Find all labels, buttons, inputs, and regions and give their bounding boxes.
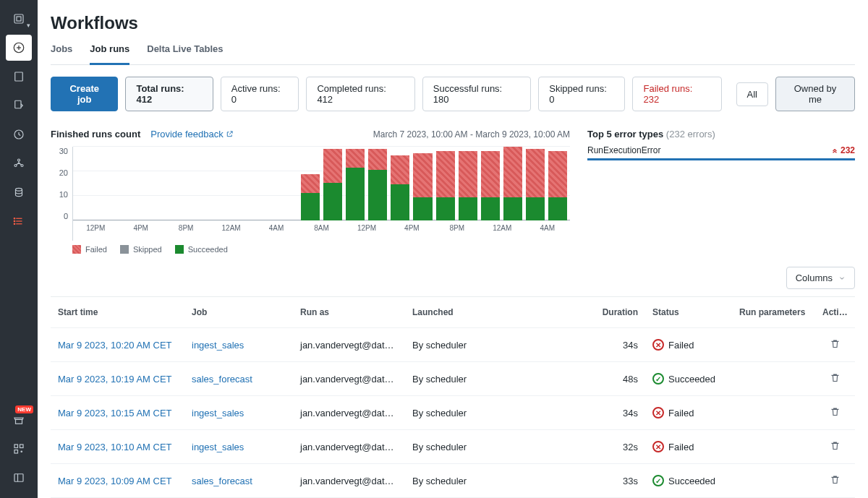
bar-slot bbox=[98, 147, 117, 220]
x-tick: 4PM bbox=[118, 224, 163, 232]
bar-succeeded[interactable] bbox=[368, 170, 387, 220]
svg-rect-5 bbox=[15, 72, 23, 81]
cell-job[interactable]: ingest_sales bbox=[184, 398, 293, 429]
stat-total[interactable]: Total runs: 412 bbox=[125, 77, 213, 111]
bar-slot bbox=[368, 147, 387, 220]
stat-completed[interactable]: Completed runs: 412 bbox=[306, 77, 414, 111]
columns-button[interactable]: Columns bbox=[786, 267, 855, 289]
bar-succeeded[interactable] bbox=[459, 197, 477, 220]
stat-failed[interactable]: Failed runs: 232 bbox=[632, 77, 721, 111]
bar-succeeded[interactable] bbox=[323, 183, 342, 220]
status-icon: ✕ bbox=[652, 339, 664, 351]
cell-launched: By scheduler bbox=[405, 465, 528, 497]
delete-icon[interactable] bbox=[830, 474, 841, 485]
bar-succeeded[interactable] bbox=[413, 197, 432, 220]
table-header: Start time Job Run as Launched Duration … bbox=[51, 297, 855, 328]
cell-start-time[interactable]: Mar 9 2023, 10:15 AM CET bbox=[51, 398, 184, 429]
svg-point-16 bbox=[14, 220, 15, 222]
delete-icon[interactable] bbox=[830, 440, 841, 451]
cell-job[interactable]: ingest_sales bbox=[184, 432, 293, 463]
x-tick: 8AM bbox=[299, 224, 344, 232]
x-tick: 12PM bbox=[73, 224, 118, 232]
tab-jobs[interactable]: Jobs bbox=[51, 43, 72, 64]
cell-start-time[interactable]: Mar 9 2023, 10:10 AM CET bbox=[51, 432, 184, 463]
rail-search[interactable] bbox=[6, 436, 32, 462]
bar-succeeded[interactable] bbox=[526, 197, 545, 220]
stat-active[interactable]: Active runs: 0 bbox=[221, 77, 299, 111]
bar-failed[interactable] bbox=[346, 149, 365, 168]
chart-panel: Finished runs count Provide feedback Mar… bbox=[51, 129, 570, 254]
bar-failed[interactable] bbox=[481, 151, 500, 197]
main-content: Workflows Jobs Job runs Delta Live Table… bbox=[38, 0, 868, 498]
cell-job[interactable]: ingest_sales bbox=[184, 330, 293, 361]
error-row[interactable]: RunExecutionError 232 bbox=[587, 145, 855, 160]
cell-params bbox=[732, 335, 815, 355]
bar-failed[interactable] bbox=[391, 155, 409, 185]
rail-workspace[interactable] bbox=[6, 64, 32, 90]
th-job[interactable]: Job bbox=[184, 297, 293, 327]
delete-icon[interactable] bbox=[830, 372, 841, 383]
bar-failed[interactable] bbox=[526, 149, 545, 197]
bar-failed[interactable] bbox=[459, 151, 477, 197]
bar-slot bbox=[548, 147, 567, 220]
cell-actions bbox=[815, 396, 855, 429]
filter-all-button[interactable]: All bbox=[736, 82, 768, 106]
th-actions[interactable]: Actions bbox=[815, 297, 855, 327]
bar-succeeded[interactable] bbox=[548, 197, 567, 220]
rail-logo[interactable]: ▾ bbox=[6, 6, 32, 32]
bar-failed[interactable] bbox=[368, 149, 387, 170]
stat-success[interactable]: Successful runs: 180 bbox=[422, 77, 531, 111]
rail-new[interactable] bbox=[6, 35, 32, 61]
create-job-button[interactable]: Create job bbox=[51, 77, 118, 111]
bar-succeeded[interactable] bbox=[391, 184, 409, 220]
tab-job-runs[interactable]: Job runs bbox=[90, 43, 129, 65]
cell-runas: jan.vandervegt@databri... bbox=[293, 465, 405, 497]
delete-icon[interactable] bbox=[830, 338, 841, 349]
bar-failed[interactable] bbox=[503, 147, 522, 197]
rail-panel[interactable] bbox=[6, 465, 32, 491]
bar-slot bbox=[76, 147, 95, 220]
cell-start-time[interactable]: Mar 9 2023, 10:20 AM CET bbox=[51, 330, 184, 361]
rail-data[interactable] bbox=[6, 150, 32, 176]
feedback-link[interactable]: Provide feedback bbox=[150, 129, 234, 139]
filter-owned-button[interactable]: Owned by me bbox=[775, 77, 855, 111]
rail-recents[interactable] bbox=[6, 121, 32, 147]
bar-succeeded[interactable] bbox=[503, 197, 522, 220]
rail-marketplace[interactable]: NEW bbox=[6, 407, 32, 433]
bar-slot bbox=[234, 147, 252, 220]
th-start[interactable]: Start time bbox=[51, 297, 184, 327]
legend-label-succeeded: Succeeded bbox=[188, 245, 228, 254]
bar-slot bbox=[413, 147, 432, 220]
th-launched[interactable]: Launched bbox=[405, 297, 528, 327]
bar-succeeded[interactable] bbox=[481, 197, 500, 220]
bar-failed[interactable] bbox=[548, 151, 567, 197]
delete-icon[interactable] bbox=[830, 406, 841, 417]
th-runas[interactable]: Run as bbox=[293, 297, 405, 327]
bar-failed[interactable] bbox=[301, 174, 320, 193]
cell-start-time[interactable]: Mar 9 2023, 10:19 AM CET bbox=[51, 364, 184, 395]
bar-failed[interactable] bbox=[323, 149, 342, 183]
cell-job[interactable]: sales_forecast bbox=[184, 465, 293, 497]
bar-slot bbox=[391, 147, 409, 220]
bar-failed[interactable] bbox=[436, 151, 455, 197]
rail-repos[interactable] bbox=[6, 93, 32, 119]
bar-failed[interactable] bbox=[413, 153, 432, 197]
bar-succeeded[interactable] bbox=[436, 197, 455, 220]
bar-succeeded[interactable] bbox=[346, 168, 365, 220]
bar-slot bbox=[436, 147, 455, 220]
cell-job[interactable]: sales_forecast bbox=[184, 364, 293, 395]
rail-compute[interactable] bbox=[6, 179, 32, 205]
rail-workflows[interactable] bbox=[6, 208, 32, 234]
bar-succeeded[interactable] bbox=[301, 193, 320, 220]
status-icon: ✕ bbox=[652, 441, 664, 452]
cell-start-time[interactable]: Mar 9 2023, 10:09 AM CET bbox=[51, 465, 184, 497]
th-duration[interactable]: Duration bbox=[595, 297, 645, 327]
th-params[interactable]: Run parameters bbox=[732, 297, 815, 327]
th-status[interactable]: Status bbox=[645, 297, 732, 327]
x-tick: 4AM bbox=[254, 224, 299, 232]
stat-skipped[interactable]: Skipped runs: 0 bbox=[538, 77, 625, 111]
status-icon: ✓ bbox=[652, 373, 664, 385]
errors-panel: Top 5 error types (232 errors) RunExecut… bbox=[587, 129, 855, 254]
tab-dlt[interactable]: Delta Live Tables bbox=[147, 43, 223, 64]
bar-slot bbox=[459, 147, 477, 220]
